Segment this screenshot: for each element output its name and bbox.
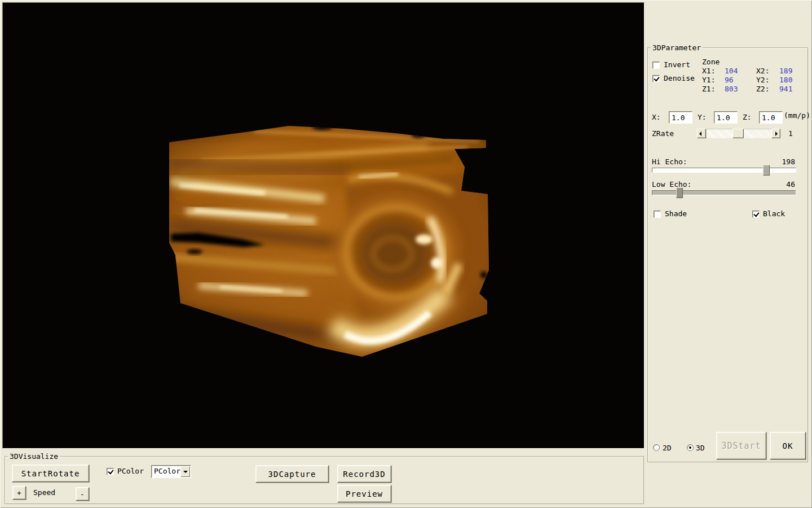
- zrate-label: ZRate: [652, 130, 674, 138]
- invert-checkbox[interactable]: [652, 62, 660, 69]
- low-echo-slider-track[interactable]: [652, 190, 796, 195]
- low-echo-slider-thumb[interactable]: [676, 187, 683, 198]
- shade-label: Shade: [665, 210, 687, 218]
- zrate-scrollbar: [697, 129, 780, 138]
- z-scale-label: Z:: [743, 113, 752, 121]
- parameter-groupbox-title: 3DParameter: [651, 43, 703, 52]
- chevron-down-icon: [183, 471, 188, 473]
- mode-2d-radio[interactable]: [653, 444, 660, 451]
- mode-3d-label: 3D: [696, 444, 705, 452]
- hi-echo-label: Hi Echo:: [652, 158, 687, 166]
- x-scale-label: X:: [652, 113, 661, 121]
- scale-unit-label: (mm/p): [784, 112, 810, 120]
- hi-echo-value: 198: [782, 158, 795, 166]
- zone-title: Zone: [702, 58, 720, 66]
- shade-checkbox[interactable]: [654, 211, 661, 218]
- pcolor-dropdown-button[interactable]: [180, 466, 190, 477]
- y-scale-label: Y:: [698, 113, 707, 121]
- z-scale-field[interactable]: [759, 111, 783, 124]
- zone-x1-value: 104: [725, 67, 738, 75]
- hi-echo-slider-thumb[interactable]: [763, 165, 770, 176]
- zone-x2-value: 189: [779, 67, 792, 75]
- parameter-groupbox: 3DParameter Invert Denoise Zone X1: 104 …: [647, 47, 808, 462]
- black-label: Black: [763, 210, 785, 218]
- ok-button[interactable]: OK: [770, 432, 806, 459]
- zone-x2-label: X2:: [756, 67, 769, 75]
- mode-3d-radio[interactable]: [687, 444, 694, 451]
- low-echo-value: 46: [786, 181, 795, 189]
- 3dstart-button[interactable]: 3DStart: [716, 432, 766, 459]
- visualize-groupbox: 3DVisualize StartRotate + Speed - PColor…: [5, 456, 644, 504]
- render-viewport[interactable]: [2, 2, 645, 449]
- pcolor-label: PColor: [117, 467, 144, 475]
- denoise-checkbox[interactable]: [652, 75, 660, 82]
- hi-echo-slider-track[interactable]: [652, 168, 796, 173]
- black-checkbox[interactable]: [752, 211, 760, 218]
- denoise-label: Denoise: [664, 75, 695, 82]
- invert-label: Invert: [664, 61, 690, 69]
- preview-button[interactable]: Preview: [337, 485, 391, 502]
- pcolor-dropdown[interactable]: PColor: [151, 465, 191, 478]
- zone-y2-label: Y2:: [756, 76, 769, 84]
- 3dcapture-button[interactable]: 3DCapture: [255, 465, 329, 483]
- zone-y1-value: 96: [725, 76, 734, 84]
- y-scale-field[interactable]: [714, 111, 738, 124]
- start-rotate-button[interactable]: StartRotate: [12, 465, 89, 482]
- zone-z1-value: 803: [725, 85, 738, 93]
- speed-plus-button[interactable]: +: [12, 486, 26, 500]
- zrate-scroll-right-button[interactable]: [771, 129, 780, 138]
- ultrasound-volume-render: [3, 3, 644, 448]
- pcolor-checkbox[interactable]: [107, 468, 114, 475]
- app-window: 3DParameter Invert Denoise Zone X1: 104 …: [0, 0, 812, 508]
- zone-z1-label: Z1:: [702, 85, 715, 93]
- mode-2d-label: 2D: [663, 444, 672, 452]
- arrow-right-icon: [775, 132, 778, 136]
- zone-z2-label: Z2:: [756, 85, 769, 93]
- low-echo-label: Low Echo:: [652, 181, 691, 189]
- zone-y2-value: 180: [779, 76, 792, 84]
- pcolor-dropdown-value: PColor: [154, 467, 180, 475]
- record3d-button[interactable]: Record3D: [337, 465, 391, 483]
- zrate-value: 1: [788, 130, 793, 138]
- zone-z2-value: 941: [779, 85, 792, 93]
- arrow-left-icon: [699, 132, 701, 136]
- speed-minus-button[interactable]: -: [76, 487, 89, 501]
- zone-x1-label: X1:: [702, 67, 715, 75]
- x-scale-field[interactable]: [669, 111, 692, 124]
- zrate-scroll-thumb[interactable]: [732, 129, 744, 138]
- zrate-scroll-left-button[interactable]: [697, 129, 706, 138]
- zone-y1-label: Y1:: [702, 76, 715, 84]
- speed-label: Speed: [33, 489, 55, 497]
- visualize-groupbox-title: 3DVisualize: [8, 452, 60, 461]
